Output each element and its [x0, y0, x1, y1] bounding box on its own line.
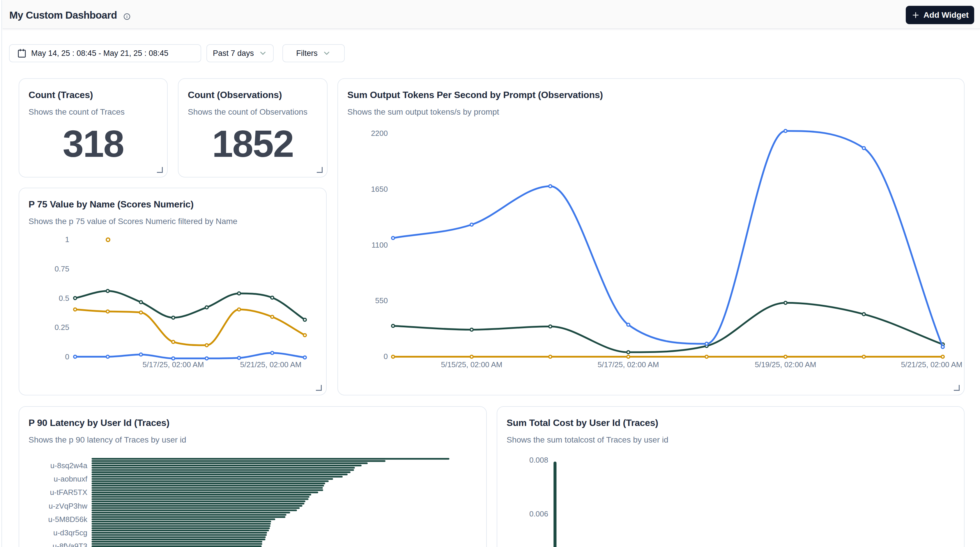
- svg-text:5/19/25, 02:00 AM: 5/19/25, 02:00 AM: [755, 360, 816, 369]
- svg-text:u-8sq2w4a: u-8sq2w4a: [50, 461, 88, 470]
- svg-text:5/21/25, 02:00 AM: 5/21/25, 02:00 AM: [240, 360, 301, 369]
- svg-text:u-aobnuxf: u-aobnuxf: [54, 474, 88, 483]
- svg-text:0.25: 0.25: [54, 323, 69, 332]
- svg-text:1100: 1100: [372, 241, 388, 249]
- svg-text:550: 550: [375, 296, 388, 305]
- svg-text:5/17/25, 02:00 AM: 5/17/25, 02:00 AM: [597, 360, 659, 369]
- svg-text:1650: 1650: [371, 185, 388, 193]
- svg-text:0: 0: [384, 352, 388, 361]
- svg-text:0: 0: [65, 352, 69, 361]
- svg-text:u-5M8D56k: u-5M8D56k: [48, 515, 88, 524]
- svg-text:u-tFAR5TX: u-tFAR5TX: [50, 488, 88, 497]
- svg-text:0.75: 0.75: [54, 265, 69, 273]
- svg-text:5/15/25, 02:00 AM: 5/15/25, 02:00 AM: [441, 360, 502, 369]
- svg-text:u-d3qr5cg: u-d3qr5cg: [53, 528, 88, 537]
- svg-text:0.006: 0.006: [529, 509, 548, 518]
- svg-text:1: 1: [65, 235, 69, 244]
- svg-text:5/17/25, 02:00 AM: 5/17/25, 02:00 AM: [142, 360, 204, 369]
- svg-text:u-zVqP3hw: u-zVqP3hw: [49, 502, 88, 511]
- svg-text:u-8fVa9T3: u-8fVa9T3: [53, 542, 88, 547]
- svg-text:5/21/25, 02:00 AM: 5/21/25, 02:00 AM: [901, 360, 962, 369]
- svg-text:2200: 2200: [371, 129, 388, 138]
- svg-text:0.5: 0.5: [59, 294, 69, 303]
- svg-text:0.008: 0.008: [529, 456, 548, 465]
